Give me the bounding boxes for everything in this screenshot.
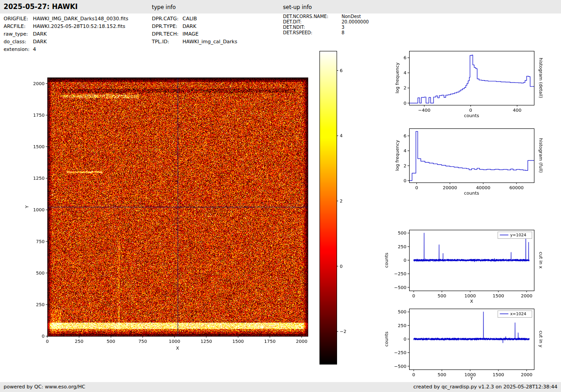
meta-row: ORIGFILE:HAWKI_IMG_DARK_Darks148_0030.fi… [4, 15, 128, 23]
setup-info-block: DET.NCORRS.NAME:NonDest DET.DIT:20.00000… [283, 14, 369, 36]
page-title: 2025-05-27: HAWKI [4, 3, 78, 11]
meta-label: DET.NCORRS.NAME: [283, 14, 342, 19]
meta-value: IMAGE [182, 30, 199, 38]
meta-row: DET.NCORRS.NAME:NonDest [283, 14, 369, 19]
meta-label: do_class: [4, 38, 33, 46]
setup-info-heading: set-up info [283, 4, 312, 10]
meta-value: 20.0000000 [342, 19, 369, 25]
meta-value: HAWKI.2025-05-28T10:52:18.152.fits [33, 23, 125, 30]
meta-row: DPR.TYPE:DARK [152, 23, 237, 30]
meta-row: raw_type:DARK [4, 30, 128, 38]
cut-in-x-chart [381, 224, 559, 307]
cut-in-y-chart [381, 303, 559, 382]
meta-value: HAWKI_img_cal_Darks [182, 38, 237, 46]
type-info-block: DPR.CATG:CALIB DPR.TYPE:DARK DPR.TECH:IM… [152, 15, 237, 46]
meta-row: DET.NDIT:3 [283, 25, 369, 30]
meta-value: 8 [342, 30, 344, 36]
powered-by-link[interactable]: powered by QC: www.eso.org/HC [4, 384, 85, 390]
meta-row: TPL.ID:HAWKI_img_cal_Darks [152, 38, 237, 46]
header-bar: 2025-05-27: HAWKI type info set-up info [0, 0, 561, 14]
meta-label: DET.NDIT: [283, 25, 342, 30]
meta-label: DPR.CATG: [152, 15, 182, 23]
meta-label: TPL.ID: [152, 38, 182, 46]
raw-image-figure [9, 45, 356, 369]
footer-bar: powered by QC: www.eso.org/HC created by… [0, 382, 561, 392]
created-by-text: created by qc_rawdisp.py v1.2.3 on 2025-… [413, 384, 557, 390]
meta-row: DET.RSPEED:8 [283, 30, 369, 36]
meta-label: DET.DIT: [283, 19, 342, 25]
meta-value: DARK [33, 30, 47, 38]
histogram-full-chart [381, 123, 559, 210]
meta-row: do_class:DARK [4, 38, 128, 46]
meta-row: DET.DIT:20.0000000 [283, 19, 369, 25]
meta-label: ARCFILE: [4, 23, 33, 30]
qc-report-page: 2025-05-27: HAWKI type info set-up info … [0, 0, 561, 392]
histogram-detail-chart [381, 45, 559, 133]
meta-label: DPR.TYPE: [152, 23, 182, 30]
meta-label: DPR.TECH: [152, 30, 182, 38]
meta-label: DET.RSPEED: [283, 30, 342, 36]
meta-value: DARK [182, 23, 196, 30]
meta-value: 3 [342, 25, 344, 30]
meta-row: ARCFILE:HAWKI.2025-05-28T10:52:18.152.fi… [4, 23, 128, 30]
meta-value: DARK [33, 38, 47, 46]
meta-row: DPR.TECH:IMAGE [152, 30, 237, 38]
meta-value: NonDest [342, 14, 361, 19]
meta-value: CALIB [182, 15, 197, 23]
type-info-heading: type info [152, 4, 176, 10]
meta-label: raw_type: [4, 30, 33, 38]
meta-label: ORIGFILE: [4, 15, 33, 23]
meta-row: DPR.CATG:CALIB [152, 15, 237, 23]
meta-value: HAWKI_IMG_DARK_Darks148_0030.fits [33, 15, 128, 23]
